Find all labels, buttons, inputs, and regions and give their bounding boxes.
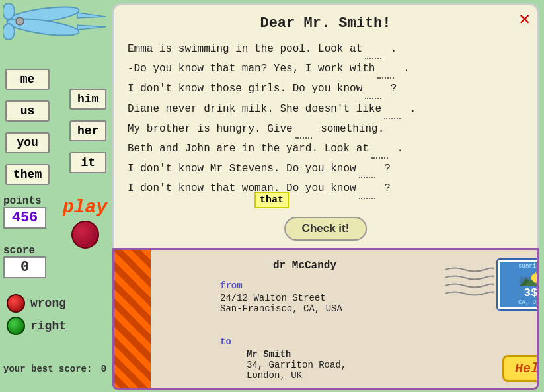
wrong-indicator (7, 294, 25, 313)
to-address-1: 34, Garriton Road, (247, 360, 346, 370)
letter-title: Dear Mr. Smith! (128, 15, 524, 32)
letter-line-8: I don't know that woman. Do you know ? (128, 179, 524, 198)
stamp-sublabel: sunrise (518, 263, 539, 270)
right-indicator (7, 317, 25, 335)
letter-line-3: I don't know those girls. Do you know ? (128, 79, 524, 98)
to-name: Mr Smith (247, 349, 346, 360)
letter-line-2: -Do you know that man? Yes, I work with … (128, 59, 524, 79)
stamp-sun-icon (520, 270, 539, 286)
play-button[interactable] (71, 221, 99, 249)
postmark (442, 263, 494, 306)
scissors-area (0, 0, 122, 43)
scissors-icon (3, 3, 109, 40)
word-him[interactable]: him (69, 89, 106, 110)
blank-3[interactable] (365, 79, 381, 98)
score-label: score (3, 245, 46, 256)
from-address-2: San-Francisco, CA, USA (220, 303, 342, 314)
blank-2[interactable] (377, 59, 394, 79)
letter-container: ✕ Dear Mr. Smith! Emma is swimming in th… (112, 3, 539, 255)
wrong-row: wrong (7, 294, 66, 313)
envelope-bottom: dr McCandy from 24/12 Walton Street San-… (112, 248, 539, 390)
from-section: from 24/12 Walton Street San-Francisco, … (220, 280, 342, 314)
left-word-list: me us you them (5, 66, 50, 188)
word-it[interactable]: it (69, 152, 106, 173)
right-label: right (30, 319, 66, 333)
svg-point-2 (16, 17, 24, 25)
dragging-word[interactable]: that (254, 192, 289, 208)
score-value: 0 (3, 256, 46, 278)
letter-line-7: I don't know Mr Stevens. Do you know ? (128, 159, 524, 178)
play-area: play (63, 197, 107, 249)
svg-point-3 (3, 3, 15, 19)
check-button[interactable]: Check it! (284, 217, 368, 241)
to-label: to (220, 336, 231, 347)
word-me[interactable]: me (5, 69, 50, 90)
to-section: to Mr Smith 34, Garriton Road, London, U… (220, 336, 346, 381)
blank-4[interactable] (384, 100, 401, 119)
best-score-section: your best score: 0 (3, 364, 106, 374)
blank-6[interactable] (371, 139, 388, 159)
best-score-label: your best score: (3, 364, 92, 374)
from-address-1: 24/12 Walton Street (220, 293, 342, 303)
best-score-value: 0 (101, 364, 106, 374)
stamp-value: 3$ (524, 286, 538, 299)
stamp: sunrise 3$ CA, USA (498, 260, 539, 309)
word-you[interactable]: you (5, 132, 50, 153)
right-word-list: him her it (69, 86, 106, 176)
blank-8[interactable] (359, 179, 375, 198)
word-her[interactable]: her (69, 120, 106, 141)
score-section: score 0 (3, 245, 46, 278)
help-button[interactable]: Help! (502, 355, 539, 382)
letter-body: Emma is swimming in the pool. Look at . … (128, 40, 524, 199)
recipient-name: dr McCandy (273, 260, 336, 272)
envelope-content: dr McCandy from 24/12 Walton Street San-… (187, 250, 539, 390)
envelope-stripe (114, 250, 151, 390)
to-address-2: London, UK (247, 370, 346, 381)
letter-line-1: Emma is swimming in the pool. Look at . (128, 40, 524, 59)
indicators: wrong right (7, 294, 66, 339)
word-us[interactable]: us (5, 100, 50, 122)
word-them[interactable]: them (5, 164, 50, 185)
letter-line-5: My brother is hungry. Give something. (128, 120, 524, 139)
blank-5[interactable] (295, 120, 312, 139)
close-button[interactable]: ✕ (519, 11, 530, 29)
stamp-sublabel2: CA, USA (518, 299, 539, 306)
wrong-label: wrong (30, 297, 66, 310)
points-label: points (3, 195, 46, 207)
points-value: 456 (3, 207, 46, 229)
blank-7[interactable] (359, 159, 375, 178)
play-label: play (63, 197, 107, 217)
envelope-inner: dr McCandy from 24/12 Walton Street San-… (151, 250, 539, 390)
letter-line-4: Diane never drink milk. She doesn't like… (128, 100, 524, 119)
points-section: points 456 (3, 195, 46, 229)
from-label: from (220, 280, 243, 291)
letter-line-6: Beth and John are in the yard. Look at . (128, 139, 524, 159)
svg-point-4 (3, 24, 15, 40)
blank-1[interactable] (365, 40, 381, 59)
right-row: right (7, 317, 66, 335)
